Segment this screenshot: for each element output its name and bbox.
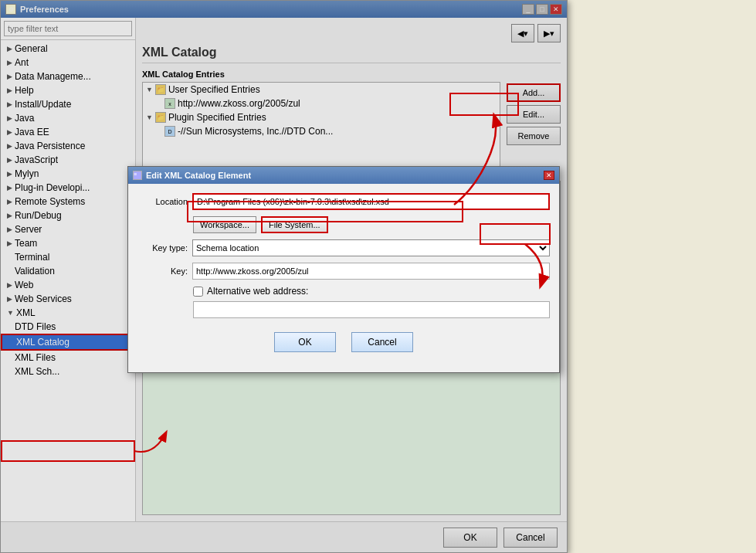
alt-web-checkbox[interactable] (193, 287, 203, 297)
dialog-close-button[interactable]: ✕ (544, 171, 554, 180)
alt-web-input-row (137, 301, 550, 318)
dialog-ok-button[interactable]: OK (274, 332, 336, 352)
edit-xml-catalog-dialog: ≡ Edit XML Catalog Element ✕ Location Wo… (127, 166, 560, 373)
location-input[interactable] (192, 193, 550, 210)
dialog-icon: ≡ (133, 171, 142, 180)
location-input-group (192, 193, 550, 210)
dialog-footer: OK Cancel (137, 324, 550, 363)
dialog-title-left: ≡ Edit XML Catalog Element (133, 171, 251, 180)
key-type-row: Key type: Schema location (137, 239, 550, 256)
workspace-button[interactable]: Workspace... (193, 216, 256, 233)
dialog-cancel-button[interactable]: Cancel (351, 332, 413, 352)
dialog-body: Location Workspace... File System... Key… (128, 184, 559, 372)
filesystem-button[interactable]: File System... (261, 216, 328, 233)
location-buttons-row: Workspace... File System... (137, 216, 550, 233)
alt-web-input[interactable] (193, 301, 550, 318)
location-label: Location (137, 197, 188, 206)
key-label: Key: (137, 266, 188, 276)
key-input[interactable] (192, 263, 550, 280)
location-row: Location (137, 193, 550, 210)
dialog-overlay: ≡ Edit XML Catalog Element ✕ Location Wo… (0, 0, 568, 553)
alt-web-label: Alternative web address: (207, 286, 308, 297)
key-type-label: Key type: (137, 243, 188, 253)
key-row: Key: (137, 263, 550, 280)
dialog-title-bar: ≡ Edit XML Catalog Element ✕ (128, 167, 559, 184)
key-type-select[interactable]: Schema location (192, 239, 550, 256)
alt-web-row: Alternative web address: (137, 286, 550, 297)
dialog-title: Edit XML Catalog Element (146, 171, 251, 180)
